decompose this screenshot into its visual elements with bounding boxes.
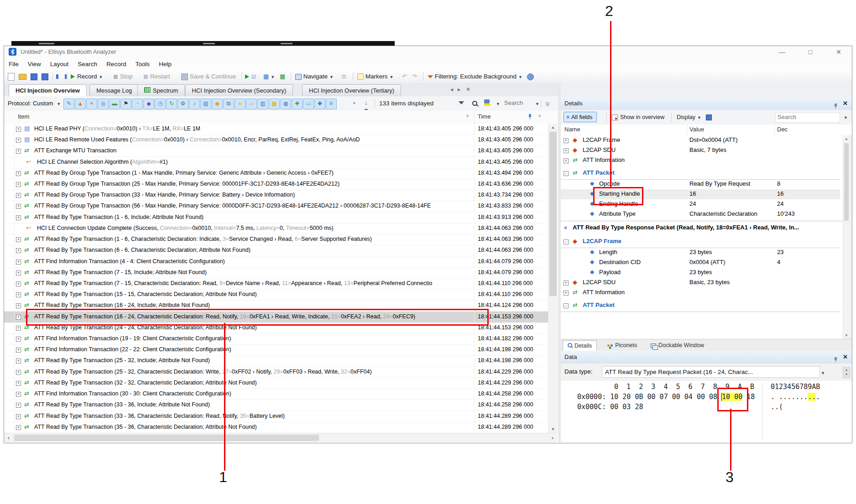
time-pin-icon[interactable] xyxy=(528,114,532,121)
details-row[interactable]: ◆Attribute TypeCharacteristic Declaratio… xyxy=(561,209,840,219)
table-row[interactable]: +⇄ATT Read By Type Transaction (15 - 15,… xyxy=(4,289,548,301)
copy-icon[interactable]: ⧉ xyxy=(223,99,234,109)
expand-icon[interactable]: + xyxy=(16,138,21,143)
dock-tab-details[interactable]: Details xyxy=(563,340,597,351)
expand-icon[interactable]: + xyxy=(16,127,21,132)
set-button[interactable]: ▦▼ xyxy=(263,70,275,83)
details-search-input[interactable] xyxy=(775,113,840,123)
time-column-filter-icon[interactable]: ∨ xyxy=(538,113,541,118)
record-button[interactable]: Record▼ xyxy=(71,70,103,83)
tab-2[interactable]: Message Log xyxy=(89,84,139,96)
tab-5[interactable]: HCI Injection Overview (Tertiary) xyxy=(302,84,401,96)
details-close-icon[interactable]: ✕ xyxy=(843,97,848,110)
table-row[interactable]: +⇄ATT Read By Type Transaction (7 - 15, … xyxy=(4,278,548,290)
expand-icon[interactable]: + xyxy=(564,291,569,296)
prev-marker-button[interactable]: ↶ xyxy=(402,70,407,83)
expand-icon[interactable]: + xyxy=(564,148,569,153)
table-row[interactable]: +⇄ATT Read By Type Transaction (1 - 6, I… xyxy=(4,212,548,223)
vertical-scrollbar[interactable]: ▲ ▼ xyxy=(548,124,558,433)
expand-icon[interactable]: + xyxy=(16,281,21,286)
coin-icon[interactable]: ● xyxy=(235,99,245,109)
swirl-icon[interactable]: ↻ xyxy=(166,99,177,109)
table-row[interactable]: +⇄ATT Read By Type Transaction (6 - 6, C… xyxy=(4,245,548,256)
menu-item-record[interactable]: Record xyxy=(102,58,131,70)
table-row[interactable]: +⇄ATT Read By Group Type Transaction (33… xyxy=(4,190,548,201)
details-row[interactable]: -⇄ATT Packet xyxy=(561,301,840,312)
table-row[interactable]: ↩HCI LE Connection Update Complete (Succ… xyxy=(4,223,548,234)
expand-icon[interactable]: + xyxy=(16,215,21,220)
table-row[interactable]: +⇄ATT Find Information Transaction (4 - … xyxy=(4,256,548,268)
tab-close-icon[interactable]: ✕ xyxy=(466,86,470,93)
dock-tab-piconets[interactable]: Piconets xyxy=(603,340,642,351)
collapse-section-icon[interactable]: « xyxy=(562,226,569,229)
expand-icon[interactable]: + xyxy=(16,359,21,364)
table-row[interactable]: +⇄ATT Find Information Transaction (19 -… xyxy=(4,333,548,345)
open-file-button[interactable] xyxy=(19,70,26,83)
save-button[interactable] xyxy=(31,70,37,83)
details-row[interactable]: +◆L2CAP SDUBasic, 23 bytes xyxy=(561,278,840,288)
next-marker-button[interactable]: ↷ xyxy=(412,70,417,83)
expand-icon[interactable]: - xyxy=(564,303,569,308)
column-header-item[interactable]: Item xyxy=(18,113,29,120)
details-col-name[interactable]: Name xyxy=(564,126,580,133)
expand-icon[interactable]: + xyxy=(16,392,21,397)
expand-icon[interactable]: + xyxy=(16,315,21,320)
menu-item-layout[interactable]: Layout xyxy=(46,58,73,70)
expand-icon[interactable]: + xyxy=(16,381,21,386)
details-row[interactable]: -⇄ATT Packet xyxy=(561,168,840,180)
expand-icon[interactable]: + xyxy=(16,403,21,408)
table-row[interactable]: +⇄ATT Read By Group Type Transaction (1 … xyxy=(4,168,548,179)
details-col-dec[interactable]: Dec xyxy=(777,126,788,133)
checkered-flag-icon[interactable]: ⚑ xyxy=(120,99,131,109)
table-row[interactable]: +⇄ATT Find Information Transaction (22 -… xyxy=(4,344,548,356)
flame-icon[interactable]: ▲ xyxy=(75,99,86,109)
details-row[interactable]: ◆Destination CID0x0004 (ATT)4 xyxy=(561,258,840,268)
table-row[interactable]: ↩HCI LE Channel Selection Algorithm (Alg… xyxy=(4,157,548,168)
tab-3[interactable]: Spectrum xyxy=(137,84,185,96)
table-row[interactable]: +⇄ATT Read By Type Transaction (33 - 36,… xyxy=(4,400,548,411)
details-scrollbar[interactable]: ▲ ▼ xyxy=(843,135,850,339)
menu-item-view[interactable]: View xyxy=(23,58,46,70)
item-column-filter-icon[interactable]: ∨ xyxy=(466,113,469,118)
table-row[interactable]: +▤HCI LE Read PHY (Connection=0x0010) › … xyxy=(4,124,548,135)
dock-tab-dockable-window[interactable]: Dockable Window xyxy=(646,340,709,351)
tab-1[interactable]: HCI Injection Overview xyxy=(9,84,87,96)
globe-icon[interactable]: ◍ xyxy=(280,99,291,109)
diamond-icon[interactable]: ◆ xyxy=(143,99,154,109)
restart-button[interactable]: Restart xyxy=(144,70,170,83)
export-icon[interactable]: ↓ xyxy=(365,97,368,110)
vertical-scrollbar-thumb[interactable] xyxy=(549,132,557,296)
expand-icon[interactable]: + xyxy=(16,303,21,308)
expand-icon[interactable]: + xyxy=(16,204,21,209)
menu-item-file[interactable]: File xyxy=(4,58,23,70)
expand-icon[interactable]: + xyxy=(16,260,21,265)
data-spin-control[interactable]: ▲▼ xyxy=(843,367,850,378)
details-search-dropdown-icon[interactable]: ▼ xyxy=(842,110,848,125)
expand-icon[interactable]: + xyxy=(16,292,21,297)
pill-icon[interactable]: ▬ xyxy=(109,99,120,109)
expand-icon[interactable]: + xyxy=(16,337,21,342)
details-scrollbar-thumb[interactable] xyxy=(844,143,849,221)
expand-icon[interactable]: + xyxy=(16,248,21,253)
column-header-time[interactable]: Time xyxy=(478,113,491,120)
folder-icon[interactable]: ▱ xyxy=(246,99,257,109)
details-row[interactable]: +⇄ATT Information xyxy=(561,156,840,166)
markers-button[interactable]: Markers▼ xyxy=(357,70,393,83)
filtering-button[interactable]: Filtering: Exclude Background▼ xyxy=(428,70,522,83)
table-row[interactable]: +⇄ATT Find Information Transaction (30 -… xyxy=(4,389,548,400)
horizontal-scrollbar-thumb[interactable] xyxy=(14,435,319,441)
quick-search-input[interactable] xyxy=(503,99,532,108)
navigate-extra-button[interactable]: ⧉ xyxy=(342,70,346,83)
details-row[interactable]: -◆L2CAP Frame xyxy=(561,237,840,248)
record-options-button[interactable]: ☑ xyxy=(245,70,256,83)
table-row[interactable]: +▤HCI LE Read Remote Used Features (Conn… xyxy=(4,135,548,146)
expand-icon[interactable]: + xyxy=(16,414,21,419)
tools-icon[interactable]: ⚙ xyxy=(177,99,188,109)
expand-icon[interactable]: + xyxy=(16,149,21,154)
export-details-button[interactable] xyxy=(706,110,712,125)
help-web-button[interactable] xyxy=(527,70,534,83)
table-row[interactable]: +⇄ATT Read By Type Transaction (32 - 32,… xyxy=(4,378,548,389)
details-col-value[interactable]: Value xyxy=(689,126,704,133)
clock-icon[interactable]: ◔ xyxy=(132,99,143,109)
menu-item-search[interactable]: Search xyxy=(73,58,102,70)
